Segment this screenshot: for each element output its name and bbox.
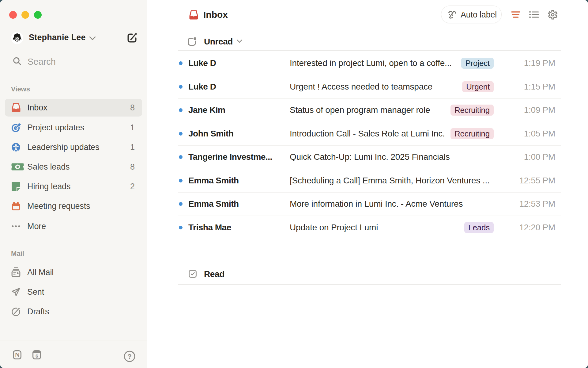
svg-text:6: 6 (36, 353, 38, 358)
svg-text:N: N (15, 351, 19, 358)
svg-text:?: ? (127, 353, 131, 360)
